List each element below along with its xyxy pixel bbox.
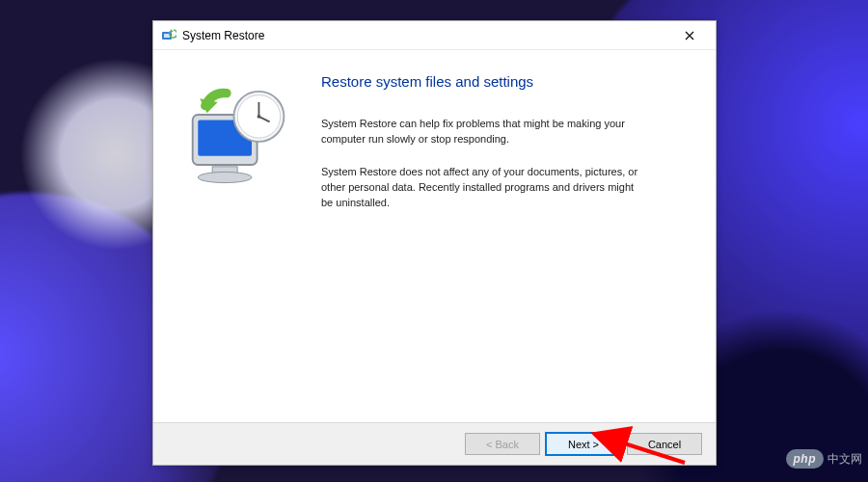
dialog-content: Restore system files and settings System… <box>153 50 716 422</box>
watermark-text: 中文网 <box>827 451 862 468</box>
system-restore-icon <box>161 28 176 43</box>
intro-paragraph-2: System Restore does not affect any of yo… <box>321 165 639 211</box>
cancel-button[interactable]: Cancel <box>627 433 702 455</box>
svg-point-10 <box>258 115 261 119</box>
window-title: System Restore <box>182 29 669 42</box>
svg-point-5 <box>198 172 252 182</box>
intro-paragraph-1: System Restore can help fix problems tha… <box>321 117 639 147</box>
button-bar: < Back Next > Cancel <box>153 422 716 465</box>
back-button: < Back <box>465 433 540 455</box>
close-icon <box>685 31 694 40</box>
system-restore-dialog: System Restore <box>152 20 717 466</box>
watermark-brand: php <box>786 449 825 469</box>
restore-illustration <box>176 73 321 413</box>
titlebar: System Restore <box>153 21 716 50</box>
text-column: Restore system files and settings System… <box>321 73 692 413</box>
close-button[interactable] <box>669 22 710 49</box>
watermark: php 中文网 <box>786 449 863 469</box>
next-button[interactable]: Next > <box>546 433 621 455</box>
dialog-heading: Restore system files and settings <box>321 73 692 90</box>
